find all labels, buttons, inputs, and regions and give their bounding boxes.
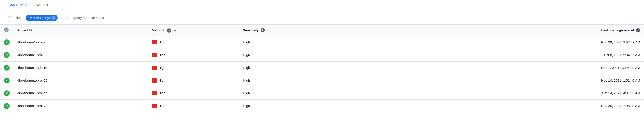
table-row: dlppsbqrun1-proj-79 !! High High Nov 30,… xyxy=(0,100,644,112)
risk-badge: !! High xyxy=(152,78,166,83)
sensitivity-info-icon[interactable]: ? xyxy=(260,28,265,32)
row-last-profile: Oct 14, 2021, 4:07:53 AM xyxy=(345,87,644,100)
th-last-profile-label: Last profile generated xyxy=(602,28,634,32)
th-sensitivity-label: Sensitivity xyxy=(243,28,258,32)
risk-high-icon: !! xyxy=(152,78,157,83)
row-project-id: dlppsbqrun1-proj-44 xyxy=(14,87,148,100)
row-checkbox-cell xyxy=(0,74,14,87)
row-last-profile: Dec 1, 2021, 12:24:20 AM xyxy=(345,62,644,74)
tabs-bar: PROJECTS TABLES xyxy=(0,0,644,11)
row-last-profile: Nov 29, 2021, 2:07:59 AM xyxy=(345,36,644,49)
tab-projects[interactable]: PROJECTS xyxy=(6,0,32,11)
th-project-id: Project ID xyxy=(14,24,148,36)
row-data-risk: !! High xyxy=(148,74,239,87)
row-checkbox-cell xyxy=(0,49,14,62)
risk-high-icon: !! xyxy=(152,53,157,57)
risk-label: High xyxy=(158,53,166,57)
row-data-risk: !! High xyxy=(148,100,239,112)
risk-label: High xyxy=(158,66,166,70)
row-data-risk: !! High xyxy=(148,49,239,62)
row-check-icon[interactable] xyxy=(4,40,10,45)
row-sensitivity: High xyxy=(239,62,345,74)
table-row: dlppsbqrun1-proj-39 !! High High Oct 8, … xyxy=(0,49,644,62)
row-check-icon[interactable] xyxy=(4,65,10,71)
header-select-all[interactable] xyxy=(4,28,9,32)
last-profile-info-icon[interactable]: ? xyxy=(636,28,640,32)
filter-icon xyxy=(8,16,12,20)
row-project-id: dlppsbqrun1-admin1 xyxy=(14,62,148,74)
row-project-id: dlppsbqrun1-proj-39 xyxy=(14,49,148,62)
row-sensitivity: High xyxy=(239,74,345,87)
row-checkbox-cell xyxy=(0,62,14,74)
row-sensitivity: High xyxy=(239,36,345,49)
row-data-risk: !! High xyxy=(148,87,239,100)
row-project-id: dlppsbqrun1-proj-79 xyxy=(14,100,148,112)
filter-chip[interactable]: Data risk : High × xyxy=(26,15,58,21)
row-last-profile: Nov 10, 2021, 1:52:40 AM xyxy=(345,74,644,87)
row-last-profile: Nov 30, 2021, 2:06:30 AM xyxy=(345,100,644,112)
th-project-id-label: Project ID xyxy=(17,28,32,32)
row-checkbox-cell xyxy=(0,36,14,49)
risk-high-icon: !! xyxy=(152,91,157,95)
risk-badge: !! High xyxy=(152,53,166,57)
row-check-icon[interactable] xyxy=(4,103,10,109)
table-row: dlppsbqrun1-proj-78 !! High High Nov 29,… xyxy=(0,36,644,49)
risk-label: High xyxy=(158,40,166,44)
risk-high-icon: !! xyxy=(152,104,157,108)
th-data-risk-label: Data risk xyxy=(152,28,165,32)
risk-high-icon: !! xyxy=(152,40,157,44)
table-row: dlppsbqrun1-proj-65 !! High High Nov 10,… xyxy=(0,74,644,87)
chip-close-button[interactable]: × xyxy=(52,16,56,20)
risk-badge: !! High xyxy=(152,40,166,44)
row-sensitivity: High xyxy=(239,49,345,62)
row-check-icon[interactable] xyxy=(4,52,10,58)
filter-button[interactable]: Filter xyxy=(6,14,23,22)
row-checkbox-cell xyxy=(0,87,14,100)
row-data-risk: !! High xyxy=(148,62,239,74)
table-header-row: Project ID Data risk ? Sensitivity ? xyxy=(0,24,644,36)
risk-badge: !! High xyxy=(152,91,166,95)
search-input[interactable] xyxy=(60,16,118,20)
risk-badge: !! High xyxy=(152,66,166,70)
chip-label: Data risk : High xyxy=(28,16,50,20)
row-check-icon[interactable] xyxy=(4,90,10,96)
row-data-risk: !! High xyxy=(148,36,239,49)
table-row: dlppsbqrun1-admin1 !! High High Dec 1, 2… xyxy=(0,62,644,74)
row-last-profile: Oct 8, 2021, 2:34:59 AM xyxy=(345,49,644,62)
th-sensitivity: Sensitivity ? xyxy=(239,24,345,36)
data-table: Project ID Data risk ? Sensitivity ? xyxy=(0,24,644,112)
risk-high-icon: !! xyxy=(152,66,157,70)
row-checkbox-cell xyxy=(0,100,14,112)
risk-label: High xyxy=(158,104,166,108)
risk-label: High xyxy=(158,78,166,82)
tab-tables[interactable]: TABLES xyxy=(32,0,52,11)
row-sensitivity: High xyxy=(239,100,345,112)
row-project-id: dlppsbqrun1-proj-78 xyxy=(14,36,148,49)
th-data-risk: Data risk ? xyxy=(148,24,239,36)
row-project-id: dlppsbqrun1-proj-65 xyxy=(14,74,148,87)
toolbar: Filter Data risk : High × xyxy=(0,11,644,24)
risk-badge: !! High xyxy=(152,104,166,108)
table-row: dlppsbqrun1-proj-44 !! High High Oct 14,… xyxy=(0,87,644,100)
filter-label: Filter xyxy=(14,16,21,20)
table-body: dlppsbqrun1-proj-78 !! High High Nov 29,… xyxy=(0,36,644,112)
row-check-icon[interactable] xyxy=(4,78,10,83)
th-last-profile: Last profile generated ? xyxy=(345,24,644,36)
data-risk-info-icon[interactable]: ? xyxy=(167,28,171,33)
risk-label: High xyxy=(158,91,166,95)
data-risk-sort-icon[interactable] xyxy=(173,28,177,32)
th-checkbox xyxy=(0,24,14,36)
row-sensitivity: High xyxy=(239,87,345,100)
